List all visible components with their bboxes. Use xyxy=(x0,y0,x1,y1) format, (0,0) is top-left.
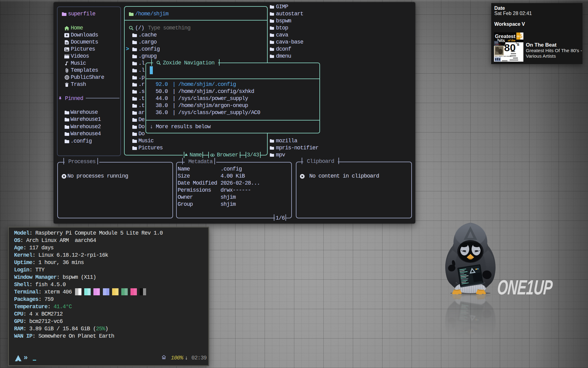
svg-text:THE WHO?: THE WHO? xyxy=(495,44,501,45)
svg-text:'s: 's xyxy=(516,41,519,47)
svg-text:DAVID GRANT & JAKI GRAHAM: DAVID GRANT & JAKI GRAHAM xyxy=(495,56,511,57)
svg-text:CD: CD xyxy=(517,35,520,37)
svg-text:5: 5 xyxy=(520,34,522,39)
